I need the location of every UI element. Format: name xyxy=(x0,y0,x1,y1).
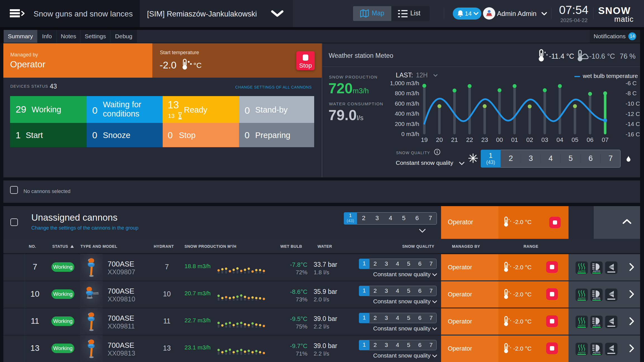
svg-text:04: 04 xyxy=(557,136,563,143)
svg-text:AUTO: AUTO xyxy=(578,297,586,300)
svg-text:-8 C: -8 C xyxy=(626,90,637,96)
svg-text:AUTO: AUTO xyxy=(578,351,586,354)
svg-text:400 m3/h: 400 m3/h xyxy=(395,110,419,117)
svg-text:20: 20 xyxy=(436,136,443,143)
svg-text:0 m3/h: 0 m3/h xyxy=(401,131,419,137)
svg-text:800 m3/h: 800 m3/h xyxy=(395,90,419,96)
svg-text:23: 23 xyxy=(481,136,488,143)
svg-text:AUTO: AUTO xyxy=(593,324,600,327)
svg-text:19: 19 xyxy=(421,136,428,143)
svg-text:01: 01 xyxy=(511,136,518,143)
svg-text:03: 03 xyxy=(541,136,548,143)
svg-text:22: 22 xyxy=(466,136,473,143)
svg-text:1,000 m3/h: 1,000 m3/h xyxy=(390,80,419,86)
svg-text:AUTO: AUTO xyxy=(578,270,586,273)
svg-text:21: 21 xyxy=(451,136,458,143)
svg-text:-6 C: -6 C xyxy=(626,80,637,86)
svg-text:AUTO: AUTO xyxy=(578,324,586,327)
svg-text:-12 C: -12 C xyxy=(626,111,640,117)
svg-text:00: 00 xyxy=(496,136,503,143)
svg-text:AUTO: AUTO xyxy=(593,351,600,354)
svg-text:AUTO: AUTO xyxy=(593,270,600,273)
svg-text:06: 06 xyxy=(587,136,593,143)
svg-text:-14 C: -14 C xyxy=(626,121,640,127)
svg-text:-10 C: -10 C xyxy=(626,100,640,107)
svg-text:AUTO: AUTO xyxy=(593,297,600,300)
svg-text:07: 07 xyxy=(602,136,609,143)
svg-text:600 m3/h: 600 m3/h xyxy=(395,100,419,107)
svg-text:02: 02 xyxy=(526,136,533,143)
svg-text:200 m3/h: 200 m3/h xyxy=(395,121,419,127)
svg-text:05: 05 xyxy=(572,136,578,143)
svg-text:-16 C: -16 C xyxy=(626,131,640,137)
